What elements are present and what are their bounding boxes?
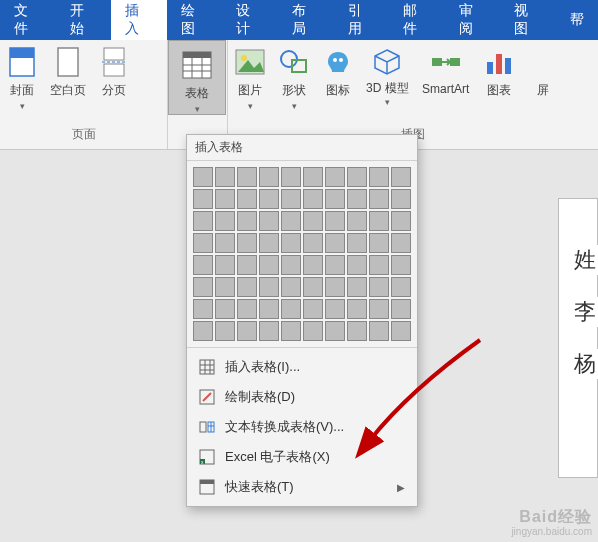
grid-cell[interactable] [325, 277, 345, 297]
grid-cell[interactable] [303, 233, 323, 253]
tab-references[interactable]: 引用 [334, 0, 390, 40]
grid-cell[interactable] [237, 299, 257, 319]
grid-cell[interactable] [237, 321, 257, 341]
grid-cell[interactable] [369, 321, 389, 341]
3d-models-button[interactable]: 3D 模型 ▾ [360, 40, 415, 107]
grid-cell[interactable] [325, 233, 345, 253]
tab-design[interactable]: 设计 [222, 0, 278, 40]
grid-cell[interactable] [281, 233, 301, 253]
grid-cell[interactable] [347, 255, 367, 275]
grid-cell[interactable] [215, 167, 235, 187]
grid-cell[interactable] [369, 277, 389, 297]
grid-cell[interactable] [325, 189, 345, 209]
grid-cell[interactable] [391, 255, 411, 275]
doc-line[interactable]: 姓 [572, 245, 598, 275]
grid-cell[interactable] [215, 277, 235, 297]
grid-cell[interactable] [347, 189, 367, 209]
grid-cell[interactable] [259, 321, 279, 341]
cover-page-button[interactable]: 封面 ▾ [0, 40, 44, 111]
grid-cell[interactable] [193, 167, 213, 187]
grid-cell[interactable] [281, 255, 301, 275]
grid-cell[interactable] [347, 233, 367, 253]
grid-cell[interactable] [303, 299, 323, 319]
chart-button[interactable]: 图表 [477, 40, 521, 99]
smartart-button[interactable]: SmartArt [415, 40, 477, 96]
menu-convert-text[interactable]: 文本转换成表格(V)... [187, 412, 417, 442]
grid-cell[interactable] [325, 255, 345, 275]
table-grid-picker[interactable] [187, 161, 417, 347]
grid-cell[interactable] [259, 189, 279, 209]
grid-cell[interactable] [347, 211, 367, 231]
shapes-button[interactable]: 形状 ▾ [272, 40, 316, 111]
menu-quick-tables[interactable]: 快速表格(T) ▶ [187, 472, 417, 502]
menu-excel-spreadsheet[interactable]: x Excel 电子表格(X) [187, 442, 417, 472]
tab-review[interactable]: 审阅 [445, 0, 501, 40]
grid-cell[interactable] [369, 255, 389, 275]
grid-cell[interactable] [303, 321, 323, 341]
grid-cell[interactable] [391, 277, 411, 297]
grid-cell[interactable] [281, 211, 301, 231]
doc-line[interactable]: 李 [572, 297, 598, 327]
grid-cell[interactable] [369, 189, 389, 209]
grid-cell[interactable] [391, 321, 411, 341]
page-break-button[interactable]: 分页 [92, 40, 136, 99]
grid-cell[interactable] [281, 189, 301, 209]
grid-cell[interactable] [281, 167, 301, 187]
grid-cell[interactable] [325, 211, 345, 231]
tab-home[interactable]: 开始 [56, 0, 112, 40]
grid-cell[interactable] [303, 167, 323, 187]
grid-cell[interactable] [303, 189, 323, 209]
icons-button[interactable]: 图标 [316, 40, 360, 99]
grid-cell[interactable] [215, 255, 235, 275]
grid-cell[interactable] [259, 255, 279, 275]
menu-draw-table[interactable]: 绘制表格(D) [187, 382, 417, 412]
doc-line[interactable]: 杨 [572, 349, 598, 379]
grid-cell[interactable] [303, 211, 323, 231]
grid-cell[interactable] [369, 167, 389, 187]
grid-cell[interactable] [193, 299, 213, 319]
grid-cell[interactable] [193, 255, 213, 275]
grid-cell[interactable] [215, 321, 235, 341]
tab-help[interactable]: 帮 [556, 0, 598, 40]
grid-cell[interactable] [303, 277, 323, 297]
grid-cell[interactable] [193, 277, 213, 297]
grid-cell[interactable] [193, 321, 213, 341]
grid-cell[interactable] [259, 299, 279, 319]
grid-cell[interactable] [347, 321, 367, 341]
grid-cell[interactable] [347, 167, 367, 187]
grid-cell[interactable] [259, 211, 279, 231]
menu-insert-table[interactable]: 插入表格(I)... [187, 352, 417, 382]
pictures-button[interactable]: 图片 ▾ [228, 40, 272, 111]
tab-file[interactable]: 文件 [0, 0, 56, 40]
grid-cell[interactable] [325, 167, 345, 187]
grid-cell[interactable] [237, 189, 257, 209]
grid-cell[interactable] [215, 189, 235, 209]
grid-cell[interactable] [259, 233, 279, 253]
grid-cell[interactable] [347, 299, 367, 319]
tab-draw[interactable]: 绘图 [167, 0, 223, 40]
tab-insert[interactable]: 插入 [111, 0, 167, 40]
grid-cell[interactable] [215, 233, 235, 253]
grid-cell[interactable] [325, 299, 345, 319]
grid-cell[interactable] [215, 211, 235, 231]
grid-cell[interactable] [215, 299, 235, 319]
grid-cell[interactable] [193, 211, 213, 231]
grid-cell[interactable] [193, 189, 213, 209]
screenshot-button[interactable]: 屏 [521, 40, 565, 99]
blank-page-button[interactable]: 空白页 [44, 40, 92, 99]
grid-cell[interactable] [237, 255, 257, 275]
tab-mailings[interactable]: 邮件 [389, 0, 445, 40]
grid-cell[interactable] [391, 167, 411, 187]
grid-cell[interactable] [237, 233, 257, 253]
grid-cell[interactable] [259, 167, 279, 187]
grid-cell[interactable] [369, 299, 389, 319]
grid-cell[interactable] [281, 321, 301, 341]
grid-cell[interactable] [391, 211, 411, 231]
table-button[interactable]: 表格 ▾ [168, 40, 226, 115]
grid-cell[interactable] [237, 277, 257, 297]
grid-cell[interactable] [369, 211, 389, 231]
grid-cell[interactable] [369, 233, 389, 253]
grid-cell[interactable] [325, 321, 345, 341]
grid-cell[interactable] [391, 299, 411, 319]
grid-cell[interactable] [391, 233, 411, 253]
